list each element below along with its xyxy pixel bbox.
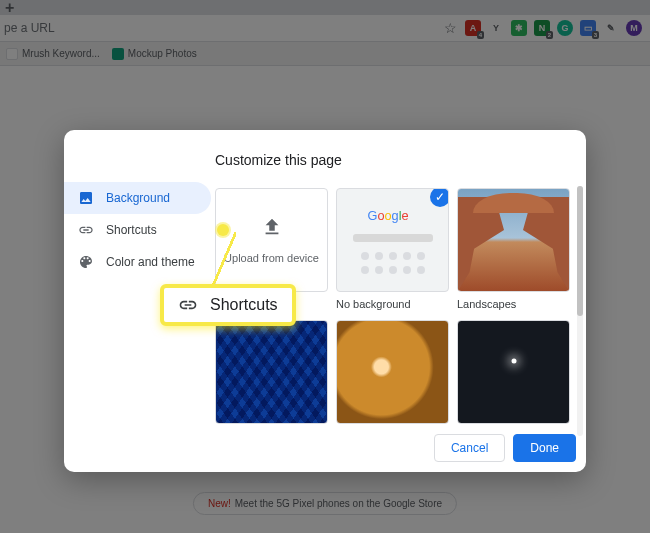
link-icon <box>178 295 198 315</box>
link-icon <box>78 222 94 238</box>
sidebar-item-label: Shortcuts <box>106 223 157 237</box>
check-icon: ✓ <box>430 188 449 207</box>
done-button[interactable]: Done <box>513 434 576 462</box>
dialog-title: Customize this page <box>215 152 574 168</box>
cancel-button[interactable]: Cancel <box>434 434 505 462</box>
thumb-label: Landscapes <box>457 298 570 312</box>
image-icon <box>78 190 94 206</box>
shortcuts-callout: Shortcuts <box>160 284 296 326</box>
night-card[interactable] <box>457 320 570 424</box>
scrollbar-thumb[interactable] <box>577 186 583 316</box>
palette-icon <box>78 254 94 270</box>
dialog-footer: Cancel Done <box>434 434 576 462</box>
svg-text:Google: Google <box>367 207 408 222</box>
upload-icon <box>261 216 283 242</box>
no-background-card[interactable]: ✓ Google No background <box>336 188 449 312</box>
seascape-card[interactable] <box>336 320 449 424</box>
upload-text: Upload from device <box>224 252 319 264</box>
customize-dialog: Background Shortcuts Color and theme Cus… <box>64 130 586 472</box>
callout-connector-line <box>212 232 236 288</box>
landscapes-card[interactable]: Landscapes <box>457 188 570 312</box>
sidebar-item-background[interactable]: Background <box>64 182 211 214</box>
sidebar-item-label: Background <box>106 191 170 205</box>
scrollbar[interactable] <box>577 186 583 436</box>
textures-card[interactable] <box>215 320 328 424</box>
sidebar-item-color-theme[interactable]: Color and theme <box>64 246 211 278</box>
google-logo: Google <box>367 207 419 224</box>
callout-text: Shortcuts <box>210 296 278 314</box>
sidebar-item-shortcuts[interactable]: Shortcuts <box>64 214 211 246</box>
sidebar-item-label: Color and theme <box>106 255 195 269</box>
search-bar-placeholder <box>353 234 433 242</box>
shortcuts-placeholder <box>361 252 425 274</box>
thumb-label: No background <box>336 298 449 312</box>
